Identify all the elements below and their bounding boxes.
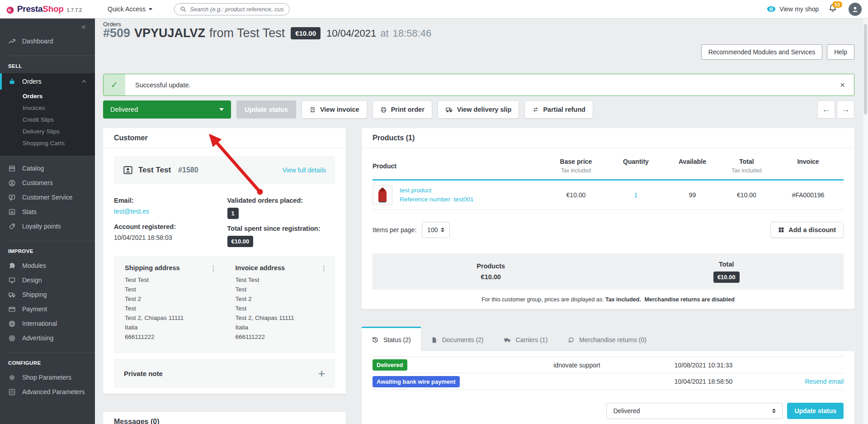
footnote-returns: Merchandise returns are disabled bbox=[644, 296, 734, 303]
totals-products-value: €10.00 bbox=[476, 273, 505, 281]
recommended-modules-button[interactable]: Recommended Modules and Services bbox=[701, 44, 823, 60]
orders-submenu: Orders Invoices Credit Slips Delivery Sl… bbox=[0, 90, 95, 156]
tab-merchandise-returns[interactable]: Merchandise returns (0) bbox=[557, 329, 656, 351]
settings-square-icon bbox=[8, 388, 16, 396]
top-bar: PrestaShop 1.7.7.2 Quick Access View my … bbox=[0, 0, 868, 19]
footnote-prefix: For this customer group, prices are disp… bbox=[481, 296, 605, 303]
prestashop-logo[interactable]: PrestaShop 1.7.7.2 bbox=[0, 4, 98, 14]
update-status-button[interactable]: Update status bbox=[236, 100, 296, 119]
tab-carriers-label: Carriers (1) bbox=[516, 336, 548, 343]
sidebar-item-payment[interactable]: Payment bbox=[0, 302, 95, 316]
sidebar-item-customer-service[interactable]: Customer Service bbox=[0, 190, 95, 205]
sidebar-item-stats[interactable]: Stats bbox=[0, 205, 95, 219]
sidebar-item-modules[interactable]: Modules bbox=[0, 258, 95, 273]
tab-merchandise-returns-label: Merchandise returns (0) bbox=[579, 336, 646, 343]
scrollbar-thumb[interactable] bbox=[864, 24, 867, 114]
sidebar-section-improve: IMPROVE bbox=[0, 241, 95, 258]
next-order-button[interactable]: → bbox=[837, 100, 854, 119]
address-line: Test bbox=[125, 285, 214, 294]
help-button[interactable]: Help bbox=[827, 44, 854, 60]
product-invoice: #FA000196 bbox=[773, 191, 844, 199]
tag-icon bbox=[8, 223, 16, 230]
order-detail-page: PrestaShop 1.7.7.2 Quick Access View my … bbox=[0, 0, 868, 424]
chat-bubble-icon bbox=[8, 194, 16, 201]
add-discount-button[interactable]: Add a discount bbox=[770, 222, 844, 238]
sidebar-item-advertising[interactable]: Advertising bbox=[0, 331, 95, 345]
sidebar-subitem-orders[interactable]: Orders bbox=[0, 91, 95, 102]
select-arrows-icon bbox=[772, 409, 776, 413]
status-employee: idnovate support bbox=[523, 362, 631, 369]
order-total-badge: €10.00 bbox=[291, 27, 321, 39]
target-icon bbox=[8, 334, 16, 342]
product-reference-link[interactable]: Reference number: test001 bbox=[400, 196, 474, 203]
brand-presta: Presta bbox=[17, 4, 42, 14]
sidebar-section-configure: CONFIGURE bbox=[0, 353, 95, 370]
tab-documents[interactable]: Documents (2) bbox=[421, 329, 494, 351]
notifications-badge: 53 bbox=[832, 1, 842, 8]
tab-status[interactable]: Status (2) bbox=[362, 327, 421, 351]
view-delivery-slip-button[interactable]: View delivery slip bbox=[438, 100, 519, 119]
resend-email-link[interactable]: Resend email bbox=[805, 378, 844, 385]
product-name-link[interactable]: test product bbox=[400, 187, 432, 194]
credit-card-icon bbox=[8, 305, 16, 313]
sidebar-item-shipping[interactable]: Shipping bbox=[0, 287, 95, 302]
address-line: Italia bbox=[125, 323, 214, 332]
add-discount-label: Add a discount bbox=[788, 226, 836, 233]
person-icon bbox=[851, 5, 859, 13]
items-per-page-select[interactable]: 100 bbox=[422, 222, 450, 238]
sidebar-item-advanced-parameters[interactable]: Advanced Parameters bbox=[0, 385, 95, 399]
address-line: 666111222 bbox=[236, 332, 325, 342]
close-icon[interactable]: × bbox=[831, 74, 854, 95]
user-avatar[interactable] bbox=[849, 3, 862, 16]
history-icon bbox=[372, 336, 379, 343]
order-time: 18:58:46 bbox=[393, 28, 432, 39]
select-arrows-icon bbox=[441, 228, 444, 232]
sidebar-item-customers[interactable]: Customers bbox=[0, 176, 95, 190]
print-order-button[interactable]: Print order bbox=[373, 100, 432, 119]
sidebar-subitem-delivery-slips[interactable]: Delivery Slips bbox=[0, 126, 95, 138]
sidebar-item-loyalty-points[interactable]: Loyalty points bbox=[0, 219, 95, 233]
product-total: €10.00 bbox=[721, 191, 773, 199]
swap-arrows-icon bbox=[532, 106, 539, 113]
tab-carriers[interactable]: Carriers (1) bbox=[494, 329, 558, 351]
sidebar-item-catalog[interactable]: Catalog bbox=[0, 161, 95, 176]
history-status-select[interactable]: Delivered bbox=[606, 403, 783, 419]
view-my-shop-link[interactable]: View my shop bbox=[767, 5, 819, 13]
truck-icon bbox=[504, 336, 511, 344]
items-per-page-label: Items per page: bbox=[373, 226, 416, 233]
product-base-price: €10.00 bbox=[544, 191, 608, 199]
products-table-header: Product Base price Tax included Quantity… bbox=[373, 148, 844, 181]
customer-name: Test Test bbox=[138, 166, 171, 175]
partial-refund-label: Partial refund bbox=[543, 106, 585, 113]
search-input[interactable] bbox=[190, 6, 284, 13]
sidebar-subitem-credit-slips[interactable]: Credit Slips bbox=[0, 114, 95, 126]
quick-access-menu[interactable]: Quick Access bbox=[108, 5, 152, 13]
order-status-select[interactable]: Delivered bbox=[103, 100, 231, 119]
previous-order-button[interactable]: ← bbox=[817, 100, 835, 119]
sidebar-item-shop-parameters[interactable]: Shop Parameters bbox=[0, 370, 95, 385]
products-panel-title: Products (1) bbox=[362, 128, 854, 148]
sidebar-item-design[interactable]: Design bbox=[0, 273, 95, 287]
history-update-status-button[interactable]: Update status bbox=[787, 403, 844, 419]
add-note-button[interactable]: + bbox=[318, 369, 325, 378]
view-my-shop-label: View my shop bbox=[779, 5, 819, 13]
product-row: test product Reference number: test001 €… bbox=[373, 181, 844, 210]
sidebar-subitem-invoices[interactable]: Invoices bbox=[0, 102, 95, 114]
page-scrollbar[interactable] bbox=[863, 19, 868, 424]
sidebar-collapse-button[interactable]: « bbox=[0, 19, 95, 31]
sidebar-subitem-shopping-carts[interactable]: Shopping Carts bbox=[0, 138, 95, 149]
customer-email-link[interactable]: test@test.es bbox=[114, 208, 149, 215]
sidebar-item-international[interactable]: International bbox=[0, 316, 95, 331]
kebab-menu-icon[interactable]: ⋮ bbox=[321, 264, 328, 272]
sidebar-item-orders[interactable]: Orders bbox=[0, 73, 95, 90]
items-per-page-value: 100 bbox=[427, 226, 438, 233]
address-line: Test bbox=[125, 304, 214, 313]
view-invoice-button[interactable]: View invoice bbox=[302, 100, 367, 119]
kebab-menu-icon[interactable]: ⋮ bbox=[210, 264, 217, 272]
sidebar-item-label: Stats bbox=[22, 208, 37, 215]
partial-refund-button[interactable]: Partial refund bbox=[524, 100, 593, 119]
order-totals: Products €10.00 Total €10.00 bbox=[373, 253, 844, 290]
view-full-details-link[interactable]: View full details bbox=[283, 167, 326, 174]
notifications-button[interactable]: 53 bbox=[828, 3, 840, 15]
sidebar-item-dashboard[interactable]: Dashboard bbox=[0, 34, 95, 48]
